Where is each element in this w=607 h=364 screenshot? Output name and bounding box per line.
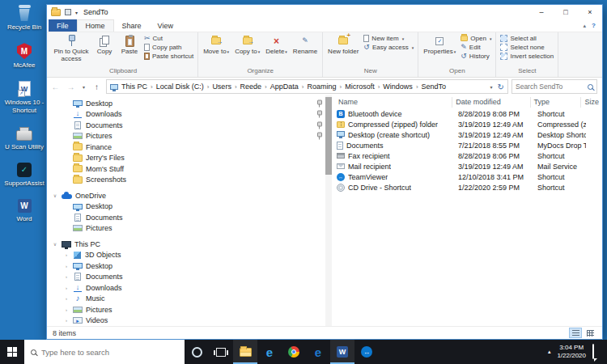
history-button[interactable]: ↺ History <box>461 53 491 60</box>
collapsed-chevron-icon[interactable]: › <box>63 318 70 323</box>
easy-access-button[interactable]: ↺ Easy access ▾ <box>363 44 414 51</box>
taskbar-clock[interactable]: 3:04 PM 1/22/2020 <box>557 344 586 361</box>
taskbar-search[interactable] <box>24 340 185 364</box>
tab-home[interactable]: Home <box>77 19 114 32</box>
nav-item-jerrys-files[interactable]: Jerry's Files <box>47 153 332 164</box>
collapsed-chevron-icon[interactable]: › <box>63 264 70 269</box>
cortana-button[interactable] <box>185 340 209 364</box>
breadcrumb-segment[interactable]: Reede <box>240 83 262 91</box>
nav-item-downloads[interactable]: Downloads <box>47 109 332 121</box>
tab-file[interactable]: File <box>49 19 77 32</box>
breadcrumb-segment[interactable]: AppData <box>270 83 299 91</box>
desktop-icon-uscan-utility[interactable]: U Scan Utility <box>3 126 45 150</box>
nav-item-pc-documents[interactable]: › Documents <box>47 272 332 283</box>
recent-locations-caret-icon[interactable]: ▾ <box>80 84 87 90</box>
new-folder-button[interactable]: New folder <box>325 32 361 67</box>
paste-button[interactable]: Paste <box>117 32 142 67</box>
task-view-button[interactable] <box>209 340 233 364</box>
nav-item-onedrive-documents[interactable]: Documents <box>47 212 332 223</box>
invert-selection-button[interactable]: Invert selection <box>500 53 554 60</box>
nav-item-desktop[interactable]: Desktop <box>47 98 332 109</box>
paste-shortcut-button[interactable]: Paste shortcut <box>144 53 193 60</box>
tab-view[interactable]: View <box>150 19 181 32</box>
word-button[interactable] <box>330 340 354 364</box>
internet-explorer-button[interactable]: e <box>306 340 330 364</box>
expand-chevron-icon[interactable]: ∨ <box>52 241 58 247</box>
breadcrumb-segment[interactable]: Windows <box>383 83 413 91</box>
nav-item-moms-stuff[interactable]: Mom's Stuff <box>47 163 332 175</box>
details-view-button[interactable] <box>569 328 582 338</box>
nav-item-pc-pictures[interactable]: › Pictures <box>47 304 332 315</box>
nav-item-videos[interactable]: › Videos <box>47 315 332 327</box>
file-row[interactable]: TeamViewer 12/10/2018 3:41 PM Shortcut <box>333 171 602 182</box>
breadcrumb-segment[interactable]: Users <box>212 83 231 91</box>
taskbar-search-input[interactable] <box>41 348 178 357</box>
desktop-icon-word[interactable]: Word <box>3 199 45 222</box>
teamviewer-button[interactable] <box>354 340 379 364</box>
collapsed-chevron-icon[interactable]: › <box>63 296 70 301</box>
move-to-button[interactable]: Move to▾ <box>201 32 231 67</box>
desktop-icon-recycle-bin[interactable]: Recycle Bin <box>3 5 45 31</box>
edge-button[interactable]: e <box>257 340 282 364</box>
search-input[interactable] <box>516 83 585 91</box>
maximize-button[interactable]: □ <box>554 5 578 19</box>
edit-button[interactable]: ✎ Edit <box>461 44 491 51</box>
nav-item-pc-downloads[interactable]: › Downloads <box>47 282 332 294</box>
properties-button[interactable]: Properties▾ <box>421 32 458 67</box>
desktop-icon-windows10-shortcut[interactable]: Windows 10 - Shortcut <box>3 81 45 113</box>
column-header-type[interactable]: Type <box>531 97 582 108</box>
delete-button[interactable]: × Delete▾ <box>263 32 290 67</box>
pin-to-quick-access-button[interactable]: Pin to Quick access <box>51 32 91 67</box>
nav-item-finance[interactable]: Finance <box>47 142 332 153</box>
nav-item-onedrive-pictures[interactable]: Pictures <box>47 223 332 235</box>
collapsed-chevron-icon[interactable]: › <box>63 286 70 290</box>
open-button[interactable]: Open ▾ <box>461 35 491 42</box>
select-none-button[interactable]: Select none <box>500 44 554 51</box>
nav-item-pictures[interactable]: Pictures <box>47 131 332 142</box>
breadcrumb-segment[interactable]: Local Disk (C:) <box>156 83 204 91</box>
refresh-icon[interactable]: ↻ <box>498 83 504 91</box>
copy-button[interactable]: Copy <box>92 32 117 67</box>
nav-item-3d-objects[interactable]: › 3D Objects <box>47 250 332 261</box>
nav-item-onedrive-desktop[interactable]: Desktop <box>47 201 332 213</box>
up-button[interactable]: ↑ <box>91 83 103 91</box>
back-button[interactable]: ← <box>49 83 62 91</box>
file-row[interactable]: Desktop (create shortcut) 3/19/2019 12:4… <box>333 129 602 140</box>
column-header-name[interactable]: Name <box>333 97 452 108</box>
qat-customize-caret-icon[interactable]: ▾ <box>75 10 78 15</box>
file-row[interactable]: Bluetooth device 8/28/2019 8:08 PM Short… <box>333 108 602 119</box>
file-row[interactable]: Fax recipient 8/28/2019 8:06 PM Shortcut <box>333 150 602 161</box>
help-icon[interactable]: ? <box>592 22 596 29</box>
file-row[interactable]: Documents 7/21/2018 8:55 PM MyDocs Drop … <box>333 140 602 150</box>
nav-item-music[interactable]: › Music <box>47 294 332 305</box>
breadcrumb-segment[interactable]: Roaming <box>307 83 336 91</box>
nav-item-onedrive[interactable]: ∨ OneDrive <box>47 190 332 201</box>
chrome-button[interactable] <box>282 340 306 364</box>
minimize-button[interactable]: – <box>529 5 554 19</box>
file-row[interactable]: CD Drive - Shortcut 1/22/2020 2:59 PM Sh… <box>333 182 602 193</box>
quick-access-toolbar-icon[interactable] <box>65 9 71 15</box>
forward-button[interactable]: → <box>65 83 77 91</box>
collapsed-chevron-icon[interactable]: › <box>63 252 70 257</box>
close-button[interactable]: × <box>578 5 602 19</box>
nav-scrollbar-thumb[interactable] <box>325 97 332 175</box>
nav-scrollbar[interactable] <box>325 95 332 326</box>
nav-item-pc-desktop[interactable]: › Desktop <box>47 260 332 272</box>
breadcrumb-segment[interactable]: Microsoft <box>345 83 375 91</box>
tab-share[interactable]: Share <box>114 19 150 32</box>
expand-chevron-icon[interactable]: ∨ <box>52 193 58 198</box>
new-item-button[interactable]: New item ▾ <box>363 35 414 42</box>
nav-item-this-pc[interactable]: ∨ This PC <box>47 239 332 250</box>
start-button[interactable] <box>0 340 24 364</box>
file-row[interactable]: Mail recipient 3/19/2019 12:49 AM Mail S… <box>333 161 602 171</box>
breadcrumb-segment[interactable]: SendTo <box>422 83 447 91</box>
rename-button[interactable]: ✎ Rename <box>291 32 320 67</box>
collapse-ribbon-icon[interactable]: ▴ <box>584 23 587 29</box>
collapsed-chevron-icon[interactable]: › <box>63 274 70 279</box>
nav-item-screenshots[interactable]: Screenshots <box>47 175 332 186</box>
file-row[interactable]: Compressed (zipped) folder 3/19/2019 12:… <box>333 119 602 129</box>
copy-to-button[interactable]: Copy to▾ <box>232 32 262 67</box>
select-all-button[interactable]: Select all <box>500 35 554 42</box>
breadcrumb-segment[interactable]: This PC <box>121 83 147 91</box>
desktop-icon-supportassist[interactable]: SupportAssist <box>3 163 45 187</box>
